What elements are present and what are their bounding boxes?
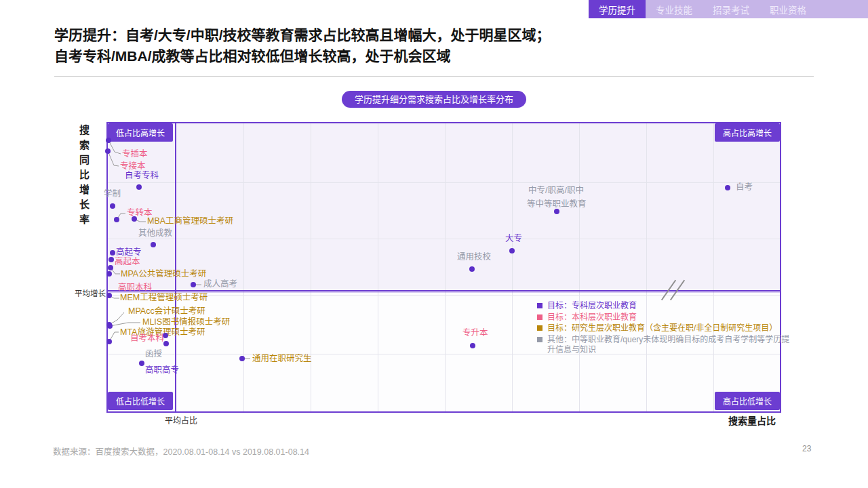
nav-tabs: 学历提升专业技能招录考试职业资格: [589, 0, 868, 18]
point-label: 自考本科: [130, 334, 164, 343]
page-title-line1: 学历提升：自考/大专/中职/技校等教育需求占比较高且增幅大，处于明星区域；: [54, 24, 551, 45]
data-point-MPA公共管理硕士考研: [108, 265, 113, 270]
avg-share-label: 平均占比: [165, 414, 197, 426]
y-axis-title: 搜索同比增长率: [77, 125, 91, 229]
point-label: 学制: [104, 190, 121, 199]
chart-title-badge: 学历提升细分需求搜索占比及增长率分布: [342, 91, 526, 108]
data-point-MLIS图书情报硕士考研: [107, 323, 113, 329]
legend: 目标：专科层次职业教育目标：本科层次职业教育目标：研究生层次职业教育（含主要在职…: [537, 301, 791, 357]
legend-item: 目标：研究生层次职业教育（含主要在职/非全日制研究生项目）: [537, 323, 791, 334]
avg-growth-line: [108, 290, 780, 291]
point-label: 专升本: [462, 329, 488, 338]
data-point-高职高专: [139, 361, 144, 366]
data-point-高起本: [108, 257, 114, 262]
data-point-函授: [163, 341, 169, 346]
legend-label: 目标：本科层次职业教育: [547, 312, 637, 323]
leader-line: [110, 323, 140, 326]
nav-tab-2[interactable]: 招录考试: [703, 0, 760, 18]
quadrant-label-bottom-right: 高占比低增长: [715, 392, 780, 410]
nav-tab-1[interactable]: 专业技能: [646, 0, 703, 18]
point-label: 中专/职高/职中: [528, 186, 584, 195]
data-point-高职本科: [106, 271, 112, 277]
legend-item: 目标：本科层次职业教育: [537, 312, 791, 323]
avg-growth-label: 平均增长: [71, 287, 106, 298]
legend-label: 目标：研究生层次职业教育（含主要在职/非全日制研究生项目）: [547, 323, 777, 334]
data-point-专插本: [106, 138, 111, 143]
point-label: MPA公共管理硕士考研: [121, 270, 206, 279]
nav-tab-3[interactable]: 职业资格: [760, 0, 816, 18]
page-number: 23: [802, 444, 811, 453]
data-point-高起专: [110, 250, 115, 256]
page-title-line2: 自考专科/MBA/成教等占比相对较低但增长较高，处于机会区域: [54, 45, 551, 66]
legend-marker-icon: [537, 314, 542, 320]
gridline-vertical: [378, 123, 378, 411]
data-point-成人高考: [191, 282, 196, 287]
data-source: 数据来源：百度搜索大数据，2020.08.01-08.14 vs 2019.08…: [53, 445, 309, 458]
data-point-中专/职高/职中: [554, 209, 559, 214]
gridline-vertical: [311, 123, 311, 411]
data-point-MEM工程管理硕士考研: [106, 293, 112, 298]
data-point-通用技校: [469, 266, 475, 272]
data-point-大专: [509, 248, 515, 253]
point-label: 其他成教: [138, 229, 172, 238]
upper-region-tint: [108, 123, 780, 291]
point-label: 高起本: [115, 258, 140, 266]
data-point-专接本: [105, 148, 111, 154]
gridline-vertical: [445, 123, 446, 411]
point-label: 专插本: [122, 150, 148, 159]
legend-marker-icon: [537, 303, 542, 308]
legend-label: 其他：中等职业教育/query未体现明确目标的成考自考学制等学历提升信息与知识: [547, 335, 791, 356]
nav-tab-0[interactable]: 学历提升: [589, 0, 646, 18]
point-label: 通用技校: [457, 253, 491, 262]
data-point-自考: [725, 185, 730, 190]
gridline-vertical: [646, 123, 647, 411]
gridline-vertical: [713, 123, 714, 411]
gridline-horizontal: [108, 295, 780, 296]
data-point-其他成教: [151, 242, 156, 247]
data-point-MTA旅游管理硕士考研: [106, 339, 112, 344]
quadrant-label-bottom-left: 低占比低增长: [108, 392, 173, 410]
data-point-自考专科: [136, 184, 142, 190]
legend-label: 目标：专科层次职业教育: [547, 301, 637, 312]
gridline-horizontal: [108, 182, 780, 183]
legend-marker-icon: [537, 337, 542, 342]
point-label: 通用在职研究生: [252, 354, 312, 363]
title-divider: [54, 76, 814, 77]
gridline-horizontal: [108, 239, 780, 239]
point-label: MEM工程管理硕士考研: [120, 293, 208, 302]
point-label: MBA工商管理硕士考研: [147, 217, 233, 226]
slide: 学历提升专业技能招录考试职业资格 学历提升：自考/大专/中职/技校等教育需求占比…: [0, 0, 868, 488]
point-label: 自考专科: [125, 171, 159, 180]
legend-marker-icon: [537, 325, 542, 331]
point-label: MLIS图书情报硕士考研: [142, 318, 230, 327]
legend-item: 目标：专科层次职业教育: [537, 301, 791, 312]
point-label: 函授: [145, 350, 162, 359]
point-label: 高职高专: [145, 366, 179, 375]
data-point-专转本: [114, 217, 119, 222]
point-label: MPAcc会计硕士考研: [128, 307, 205, 316]
data-point-学制: [110, 203, 115, 209]
point-label: 高起专: [116, 248, 142, 257]
gridline-vertical: [579, 123, 580, 411]
gridline-vertical: [512, 123, 513, 411]
point-label: 成人高考: [203, 280, 237, 289]
point-label: 高职本科: [118, 283, 152, 292]
data-point-MBA工商管理硕士考研: [132, 216, 137, 222]
point-label: 等中等职业教育: [527, 200, 587, 209]
point-label: 专接本: [120, 162, 146, 171]
x-axis-title: 搜索量占比: [728, 413, 776, 427]
data-point-通用在职研究生: [239, 356, 245, 361]
page-title: 学历提升：自考/大专/中职/技校等教育需求占比较高且增幅大，处于明星区域； 自考…: [54, 24, 551, 66]
gridline-vertical: [243, 123, 244, 411]
quadrant-label-top-right: 高占比高增长: [715, 123, 780, 142]
point-label: 大专: [505, 235, 522, 243]
data-point-专升本: [470, 343, 475, 348]
scatter-plot: 低占比高增长 高占比高增长 低占比低增长 高占比低增长 专插本专接本自考专科学制…: [106, 122, 781, 413]
point-label: 自考: [736, 183, 753, 192]
legend-item: 其他：中等职业教育/query未体现明确目标的成考自考学制等学历提升信息与知识: [537, 335, 791, 356]
quadrant-label-top-left: 低占比高增长: [108, 123, 173, 142]
